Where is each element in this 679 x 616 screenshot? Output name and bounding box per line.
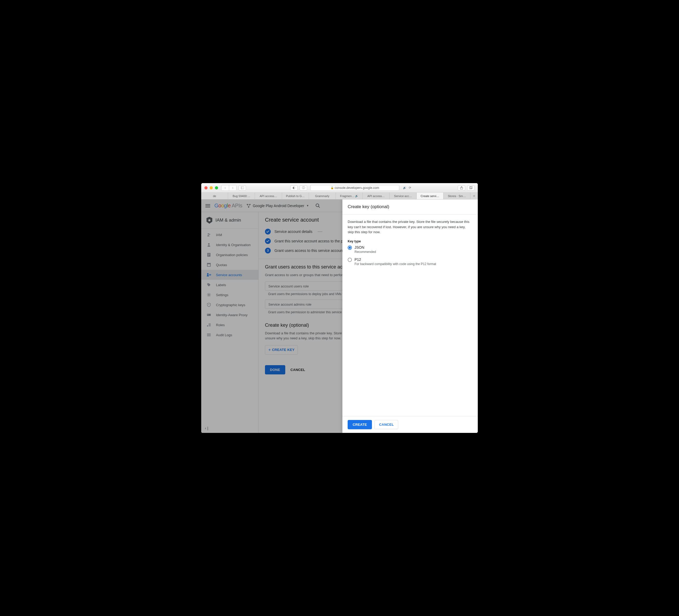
- svg-rect-3: [470, 187, 472, 189]
- maximize-window-button[interactable]: [215, 186, 218, 189]
- tab-0[interactable]: de: [201, 193, 228, 199]
- extension-button-2[interactable]: ⓘ: [300, 185, 307, 190]
- radio-icon: [348, 258, 352, 262]
- tab-5[interactable]: Fragmen…🔊: [336, 193, 363, 199]
- new-tab-button[interactable]: +: [471, 193, 478, 199]
- radio-label: P12: [355, 257, 436, 261]
- titlebar: ‹ › ◐ ⓘ 🔒 console.developers.google.com …: [201, 183, 478, 193]
- extension-button-1[interactable]: ◐: [290, 185, 298, 190]
- page-content: Google APIs Google Play Android Develope…: [201, 199, 478, 433]
- tab-3[interactable]: Publish to G…: [282, 193, 309, 199]
- close-window-button[interactable]: [204, 186, 207, 189]
- tab-bar: de Bug 59400:… API access… Publish to G……: [201, 193, 478, 199]
- audio-icon[interactable]: 🔊: [403, 186, 406, 189]
- dialog-cancel-button[interactable]: CANCEL: [375, 420, 398, 429]
- sidebar-icon: [241, 187, 244, 189]
- tab-9[interactable]: Stores · Sm…: [444, 193, 471, 199]
- reload-button[interactable]: ⟳: [406, 185, 414, 190]
- tab-6[interactable]: API access…: [363, 193, 390, 199]
- forward-button[interactable]: ›: [229, 185, 236, 190]
- tab-2[interactable]: API access…: [255, 193, 282, 199]
- share-button[interactable]: [458, 185, 465, 190]
- tab-audio-icon: 🔊: [355, 194, 358, 197]
- svg-rect-4: [470, 186, 473, 188]
- tabs-button[interactable]: [467, 185, 475, 190]
- key-type-radio-json[interactable]: JSONRecommended: [348, 245, 473, 254]
- create-key-dialog: Create key (optional) Download a file th…: [343, 199, 478, 433]
- tabs-icon: [470, 186, 473, 189]
- nav-buttons: ‹ ›: [221, 185, 236, 191]
- tab-8[interactable]: Create servi…: [417, 193, 444, 199]
- tab-4[interactable]: Grammarly: [309, 193, 336, 199]
- svg-rect-0: [241, 187, 244, 189]
- radio-icon: [348, 246, 352, 250]
- radio-label: JSON: [355, 245, 376, 249]
- show-sidebar-button[interactable]: [238, 185, 246, 190]
- dialog-create-button[interactable]: CREATE: [348, 420, 372, 429]
- key-type-label: Key type: [348, 240, 473, 243]
- dialog-description: Download a file that contains the privat…: [348, 219, 473, 235]
- key-type-radio-p12[interactable]: P12For backward compatibility with code …: [348, 257, 473, 266]
- url-text: console.developers.google.com: [335, 186, 379, 190]
- radio-sublabel: For backward compatibility with code usi…: [355, 262, 436, 266]
- minimize-window-button[interactable]: [209, 186, 213, 189]
- browser-window: ‹ › ◐ ⓘ 🔒 console.developers.google.com …: [201, 183, 478, 433]
- tab-7[interactable]: Service acc…: [390, 193, 416, 199]
- share-icon: [460, 186, 463, 189]
- dialog-title: Create key (optional): [343, 199, 478, 214]
- back-button[interactable]: ‹: [222, 185, 229, 190]
- window-controls: [204, 186, 218, 189]
- lock-icon: 🔒: [330, 186, 334, 189]
- tab-1[interactable]: Bug 59400:…: [228, 193, 255, 199]
- address-bar[interactable]: 🔒 console.developers.google.com: [310, 185, 399, 191]
- radio-sublabel: Recommended: [355, 250, 376, 254]
